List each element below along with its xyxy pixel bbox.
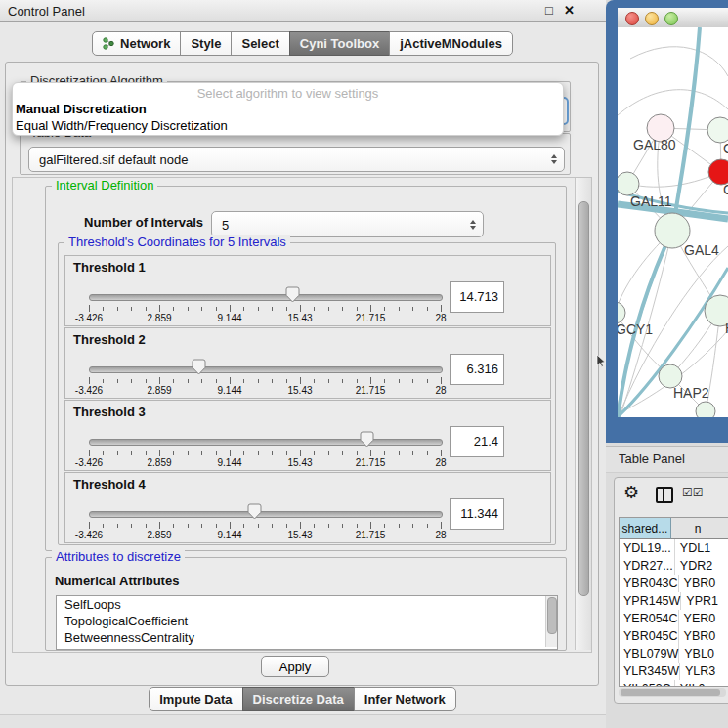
threshold-1-slider-thumb[interactable] bbox=[285, 286, 300, 306]
node-top-right[interactable] bbox=[707, 117, 728, 143]
cell-shared-name[interactable]: YBR043C bbox=[620, 575, 679, 592]
network-canvas[interactable]: GAL80GCGAL11GAL4GCY1HHAP2 bbox=[618, 27, 728, 417]
table-row[interactable]: YIL053CYIL0 bbox=[620, 680, 728, 687]
tick bbox=[188, 524, 189, 528]
tick bbox=[117, 524, 118, 528]
threshold-3-slider[interactable] bbox=[89, 439, 443, 446]
table-data-combobox[interactable]: galFiltered.sif default node bbox=[28, 147, 565, 172]
cell-shared-name[interactable]: YDL19... bbox=[620, 539, 675, 557]
num-intervals-value: 5 bbox=[222, 217, 229, 232]
close-icon[interactable]: ✕ bbox=[564, 3, 575, 18]
cell-name[interactable]: YBR0 bbox=[679, 627, 728, 645]
cell-shared-name[interactable]: YIL053C bbox=[620, 680, 675, 687]
split-columns-icon[interactable] bbox=[656, 487, 673, 503]
table-row[interactable]: YBR045CYBR0 bbox=[620, 627, 728, 645]
tab-discretize-data[interactable]: Discretize Data bbox=[242, 687, 355, 711]
threshold-2-slider[interactable] bbox=[89, 366, 443, 373]
tick bbox=[173, 451, 174, 455]
cell-shared-name[interactable]: YLR345W bbox=[620, 663, 680, 680]
tick bbox=[441, 450, 442, 456]
tab-cyni-toolbox[interactable]: Cyni Toolbox bbox=[289, 31, 390, 56]
tick bbox=[159, 305, 160, 312]
column-header-name[interactable]: n bbox=[671, 518, 728, 539]
cell-name[interactable]: YIL0 bbox=[675, 680, 728, 687]
tab-impute-data[interactable]: Impute Data bbox=[149, 687, 242, 711]
threshold-4-slider[interactable] bbox=[89, 511, 443, 518]
node-gal11[interactable] bbox=[618, 172, 639, 195]
tick-label: 9.144 bbox=[217, 385, 241, 396]
tab-label: Style bbox=[191, 36, 221, 51]
table-row[interactable]: YLR345WYLR3 bbox=[620, 663, 728, 680]
threshold-label: Threshold 3 bbox=[73, 405, 146, 419]
threshold-4-slider-thumb[interactable] bbox=[247, 503, 262, 523]
tick bbox=[173, 379, 174, 383]
tick bbox=[399, 451, 400, 455]
threshold-3-value-field[interactable]: 21.4 bbox=[450, 426, 504, 457]
tab-style[interactable]: Style bbox=[180, 31, 232, 56]
cell-shared-name[interactable]: YPR145W bbox=[620, 592, 681, 610]
tab-infer-network[interactable]: Infer Network bbox=[354, 687, 456, 711]
cell-shared-name[interactable]: YBR045C bbox=[620, 627, 679, 645]
horizontal-scrollbar[interactable] bbox=[619, 688, 726, 697]
cell-name[interactable]: YPR1 bbox=[681, 592, 728, 610]
cell-name[interactable]: YBR0 bbox=[679, 575, 728, 592]
float-window-icon[interactable]: □ bbox=[545, 3, 553, 18]
tick bbox=[370, 377, 371, 384]
horizontal-scrollbar-thumb[interactable] bbox=[621, 689, 720, 696]
cell-name[interactable]: YLR3 bbox=[680, 663, 728, 680]
node-label-hap2: HAP2 bbox=[673, 385, 709, 401]
cell-shared-name[interactable]: YDR27... bbox=[620, 557, 675, 575]
cell-shared-name[interactable]: YER054C bbox=[620, 610, 679, 627]
tab-select[interactable]: Select bbox=[231, 31, 289, 56]
attributes-list[interactable]: SelfLoopsTopologicalCoefficientBetweenne… bbox=[56, 595, 558, 650]
table-row[interactable]: YER054CYER0 bbox=[620, 610, 728, 627]
threshold-1-slider[interactable] bbox=[89, 294, 443, 301]
attribute-item-betweennesscentrality[interactable]: BetweennessCentrality bbox=[57, 629, 557, 646]
threshold-2-value-field[interactable]: 6.316 bbox=[450, 354, 504, 385]
vertical-scrollbar-thumb[interactable] bbox=[578, 201, 589, 596]
gear-icon[interactable]: ⚙ bbox=[623, 482, 639, 503]
zoom-traffic-light-icon[interactable] bbox=[664, 12, 678, 25]
cell-name[interactable]: YBL0 bbox=[679, 645, 728, 663]
list-scrollbar[interactable] bbox=[545, 596, 557, 647]
minimize-traffic-light-icon[interactable] bbox=[645, 12, 659, 25]
cell-name[interactable]: YDL1 bbox=[675, 539, 728, 557]
table-row[interactable]: YBR043CYBR0 bbox=[620, 575, 728, 592]
spinner-arrows-icon bbox=[551, 154, 557, 164]
cell-shared-name[interactable]: YBL079W bbox=[620, 645, 679, 663]
attribute-item-topologicalcoefficient[interactable]: TopologicalCoefficient bbox=[57, 613, 557, 629]
num-intervals-combobox[interactable]: 5 bbox=[211, 211, 484, 237]
select-columns-icon[interactable]: ☑☑ bbox=[682, 486, 704, 499]
list-scrollbar-thumb[interactable] bbox=[547, 597, 557, 634]
table-row[interactable]: YPR145WYPR1 bbox=[620, 592, 728, 610]
table-row[interactable]: YDL19...YDL1 bbox=[620, 539, 728, 557]
vertical-scrollbar[interactable] bbox=[575, 178, 591, 650]
cell-name[interactable]: YER0 bbox=[679, 610, 728, 627]
slider-tick-labels: -3.4262.8599.14415.4321.71528 bbox=[89, 530, 441, 540]
tick bbox=[103, 451, 104, 455]
algorithm-option-manual-discretization[interactable]: Manual Discretization bbox=[13, 101, 563, 117]
tick-label: -3.426 bbox=[75, 457, 103, 468]
algorithm-option-equal-width-frequency-discretization[interactable]: Equal Width/Frequency Discretization bbox=[13, 117, 563, 134]
tick bbox=[230, 450, 231, 456]
tick bbox=[146, 451, 147, 455]
apply-button[interactable]: Apply bbox=[261, 656, 329, 677]
attribute-item-selfloops[interactable]: SelfLoops bbox=[57, 596, 557, 613]
tab-jactivemnodules[interactable]: jActiveMNodules bbox=[389, 31, 513, 56]
network-window-titlebar[interactable] bbox=[618, 8, 728, 28]
tick bbox=[201, 307, 202, 311]
column-header-shared-name[interactable]: shared... bbox=[620, 518, 671, 539]
threshold-4-value-field[interactable]: 11.344 bbox=[450, 498, 504, 530]
threshold-3-slider-thumb[interactable] bbox=[360, 431, 374, 450]
node-gcy1[interactable] bbox=[618, 302, 625, 323]
table-row[interactable]: YDR27...YDR2 bbox=[620, 557, 728, 575]
threshold-2-slider-thumb[interactable] bbox=[192, 359, 206, 378]
node-bottom[interactable] bbox=[696, 402, 715, 417]
table-row[interactable]: YBL079WYBL0 bbox=[620, 645, 728, 663]
threshold-1-value-field[interactable]: 14.713 bbox=[450, 281, 504, 313]
table-panel-title: Table Panel bbox=[619, 451, 685, 466]
tab-network[interactable]: Network bbox=[92, 31, 181, 56]
dropdown-hint: Select algorithm to view settings bbox=[13, 83, 563, 101]
cell-name[interactable]: YDR2 bbox=[675, 557, 728, 575]
close-traffic-light-icon[interactable] bbox=[625, 12, 639, 25]
